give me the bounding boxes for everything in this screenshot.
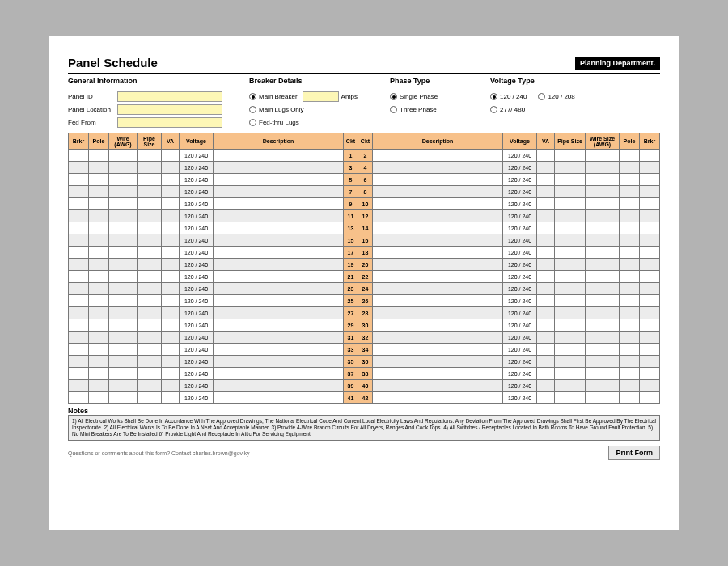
- table-cell[interactable]: [537, 319, 555, 332]
- table-cell[interactable]: 31: [344, 332, 358, 344]
- table-cell[interactable]: [586, 198, 620, 210]
- table-cell[interactable]: [89, 186, 109, 198]
- table-cell[interactable]: [373, 247, 503, 259]
- table-cell[interactable]: [69, 186, 89, 198]
- table-cell[interactable]: [555, 186, 586, 198]
- table-cell[interactable]: [89, 247, 109, 259]
- table-cell[interactable]: [586, 307, 620, 319]
- table-cell[interactable]: [373, 295, 503, 307]
- table-cell[interactable]: [214, 356, 344, 368]
- table-cell[interactable]: [138, 247, 162, 259]
- table-cell[interactable]: [89, 259, 109, 271]
- table-cell[interactable]: [138, 392, 162, 404]
- table-cell[interactable]: 33: [344, 344, 358, 356]
- table-cell[interactable]: [138, 344, 162, 356]
- table-cell[interactable]: [537, 234, 555, 247]
- table-cell[interactable]: [69, 332, 89, 344]
- table-cell[interactable]: [162, 368, 180, 380]
- table-cell[interactable]: [69, 283, 89, 295]
- table-cell[interactable]: [537, 344, 555, 356]
- table-cell[interactable]: [373, 186, 503, 198]
- table-cell[interactable]: [537, 210, 555, 222]
- table-cell[interactable]: [640, 368, 660, 380]
- table-cell[interactable]: [373, 380, 503, 392]
- panel-location-input[interactable]: [117, 104, 222, 115]
- table-cell[interactable]: 17: [344, 247, 358, 259]
- table-cell[interactable]: [537, 247, 555, 259]
- table-cell[interactable]: [555, 271, 586, 283]
- table-cell[interactable]: [555, 319, 586, 332]
- table-cell[interactable]: [109, 174, 138, 186]
- radio-fed-thru[interactable]: Fed-thru Lugs: [249, 117, 379, 128]
- table-cell[interactable]: [586, 174, 620, 186]
- table-cell[interactable]: [640, 392, 660, 404]
- table-cell[interactable]: 21: [344, 271, 358, 283]
- table-cell[interactable]: [214, 234, 344, 247]
- table-cell[interactable]: [555, 174, 586, 186]
- table-cell[interactable]: [69, 162, 89, 174]
- table-cell[interactable]: [109, 198, 138, 210]
- radio-three-phase[interactable]: Three Phase: [390, 104, 479, 115]
- table-cell[interactable]: 120 / 240: [180, 392, 214, 404]
- table-cell[interactable]: [555, 283, 586, 295]
- table-cell[interactable]: 5: [344, 174, 358, 186]
- table-cell[interactable]: [138, 319, 162, 332]
- table-cell[interactable]: [69, 307, 89, 319]
- table-cell[interactable]: [537, 259, 555, 271]
- table-cell[interactable]: 29: [344, 319, 358, 332]
- table-cell[interactable]: [214, 380, 344, 392]
- radio-main-breaker[interactable]: Main Breaker Amps: [249, 91, 379, 102]
- table-cell[interactable]: [640, 174, 660, 186]
- table-cell[interactable]: [537, 368, 555, 380]
- table-cell[interactable]: 25: [344, 295, 358, 307]
- table-cell[interactable]: [620, 162, 640, 174]
- table-cell[interactable]: [138, 332, 162, 344]
- table-cell[interactable]: [138, 162, 162, 174]
- table-cell[interactable]: 22: [358, 271, 373, 283]
- table-cell[interactable]: 41: [344, 392, 358, 404]
- table-cell[interactable]: [89, 319, 109, 332]
- table-cell[interactable]: [162, 222, 180, 234]
- print-button[interactable]: Print Form: [608, 446, 660, 460]
- table-cell[interactable]: [109, 247, 138, 259]
- table-cell[interactable]: [109, 332, 138, 344]
- table-cell[interactable]: [586, 356, 620, 368]
- table-cell[interactable]: [162, 247, 180, 259]
- table-cell[interactable]: [620, 283, 640, 295]
- table-cell[interactable]: 120 / 240: [180, 222, 214, 234]
- table-cell[interactable]: [586, 259, 620, 271]
- table-cell[interactable]: [89, 271, 109, 283]
- table-cell[interactable]: [109, 259, 138, 271]
- table-cell[interactable]: 120 / 240: [180, 332, 214, 344]
- table-cell[interactable]: [138, 356, 162, 368]
- table-cell[interactable]: [640, 210, 660, 222]
- table-cell[interactable]: [640, 222, 660, 234]
- table-cell[interactable]: [555, 198, 586, 210]
- table-cell[interactable]: 120 / 240: [503, 283, 537, 295]
- table-cell[interactable]: [555, 162, 586, 174]
- table-cell[interactable]: [555, 259, 586, 271]
- table-cell[interactable]: [138, 222, 162, 234]
- table-cell[interactable]: [537, 186, 555, 198]
- table-cell[interactable]: [537, 174, 555, 186]
- table-cell[interactable]: [586, 332, 620, 344]
- table-cell[interactable]: [109, 186, 138, 198]
- table-cell[interactable]: 40: [358, 380, 373, 392]
- table-cell[interactable]: [214, 186, 344, 198]
- table-cell[interactable]: 13: [344, 222, 358, 234]
- table-cell[interactable]: 120 / 240: [503, 222, 537, 234]
- table-cell[interactable]: [586, 186, 620, 198]
- table-cell[interactable]: 120 / 240: [180, 259, 214, 271]
- table-cell[interactable]: 1: [344, 150, 358, 162]
- table-cell[interactable]: [373, 368, 503, 380]
- table-cell[interactable]: [109, 319, 138, 332]
- table-cell[interactable]: [69, 198, 89, 210]
- table-cell[interactable]: [69, 295, 89, 307]
- table-cell[interactable]: 42: [358, 392, 373, 404]
- table-cell[interactable]: [138, 380, 162, 392]
- table-cell[interactable]: [162, 295, 180, 307]
- table-cell[interactable]: [138, 283, 162, 295]
- table-cell[interactable]: [373, 174, 503, 186]
- table-cell[interactable]: 15: [344, 234, 358, 247]
- table-cell[interactable]: [537, 162, 555, 174]
